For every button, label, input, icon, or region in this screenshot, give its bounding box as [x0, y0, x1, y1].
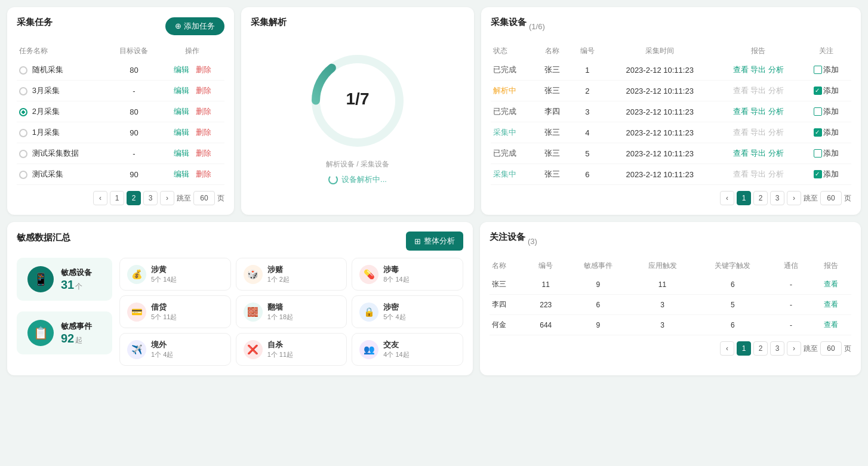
category-item[interactable]: ❌ 自杀 1个 11起 [236, 333, 347, 366]
task-edit-btn[interactable]: 编辑 [174, 169, 189, 178]
task-target: 80 [108, 60, 161, 81]
watch-view-btn[interactable]: 查看 [824, 320, 838, 329]
watch-page-input[interactable] [820, 341, 842, 356]
report-view-btn: 查看 [733, 128, 749, 137]
device-row: 已完成 张三 1 2023-2-12 10:11:23 查看 导出 分析 添加 [491, 60, 851, 81]
category-item[interactable]: 💊 涉毒 8个 14起 [352, 258, 463, 291]
watch-page-3[interactable]: 3 [770, 341, 784, 356]
watch-col-app: 应用触发 [630, 257, 695, 274]
device-status: 解析中 [491, 81, 534, 101]
category-info: 涉赌 1个 2起 [267, 264, 290, 284]
task-page-2[interactable]: 2 [127, 191, 141, 205]
watch-comm: - [771, 274, 811, 295]
task-delete-btn[interactable]: 删除 [196, 65, 211, 74]
category-detail: 1个 4起 [151, 350, 173, 359]
device-prev-btn[interactable]: ‹ [720, 191, 734, 205]
task-jump-label: 跳至 [177, 193, 191, 203]
watch-jump-label: 跳至 [804, 344, 818, 354]
task-page-1[interactable]: 1 [110, 191, 124, 205]
watch-device-card: 关注设备 (3) 名称 编号 敏感事件 应用触发 关键字触发 通信 报告 张三 … [480, 222, 861, 375]
task-delete-btn[interactable]: 删除 [196, 169, 211, 178]
category-item[interactable]: 💰 涉黄 5个 14起 [119, 258, 231, 291]
task-radio[interactable] [19, 171, 27, 179]
task-radio[interactable] [19, 150, 27, 158]
task-delete-btn[interactable]: 删除 [196, 149, 211, 158]
follow-checkbox[interactable] [814, 87, 822, 95]
report-view-btn[interactable]: 查看 [733, 107, 749, 116]
report-analyze-btn[interactable]: 分析 [768, 107, 784, 116]
report-analyze-btn[interactable]: 分析 [768, 65, 784, 74]
follow-checkbox[interactable] [814, 170, 822, 178]
task-page-3[interactable]: 3 [143, 191, 158, 205]
device-status: 已完成 [491, 143, 534, 164]
overall-analysis-btn[interactable]: ⊞ 整体分析 [406, 232, 463, 251]
category-name: 涉黄 [151, 264, 177, 275]
follow-label: 添加 [823, 106, 839, 117]
report-analyze-btn[interactable]: 分析 [768, 149, 784, 158]
watch-view-btn[interactable]: 查看 [824, 300, 838, 308]
task-edit-btn[interactable]: 编辑 [174, 107, 189, 116]
task-prev-btn[interactable]: ‹ [93, 191, 107, 205]
task-radio[interactable] [19, 129, 27, 137]
watch-report: 查看 [811, 315, 851, 335]
category-detail: 8个 14起 [383, 275, 409, 284]
task-edit-btn[interactable]: 编辑 [174, 128, 189, 137]
task-radio[interactable] [19, 87, 27, 95]
watch-prev-btn[interactable]: ‹ [720, 341, 734, 356]
follow-checkbox[interactable] [814, 149, 822, 158]
spinner-icon [328, 175, 338, 184]
device-report: 查看 导出 分析 [715, 164, 802, 185]
category-item[interactable]: 🎲 涉赌 1个 2起 [236, 258, 347, 291]
device-page-1[interactable]: 1 [737, 191, 751, 205]
category-icon: 💳 [127, 303, 146, 322]
device-report: 查看 导出 分析 [715, 60, 802, 81]
report-analyze-btn: 分析 [768, 169, 784, 178]
watch-keyword: 6 [694, 315, 771, 335]
watch-page-1[interactable]: 1 [737, 341, 751, 356]
category-item[interactable]: ✈️ 境外 1个 4起 [119, 333, 231, 366]
watch-view-btn[interactable]: 查看 [824, 280, 838, 288]
device-page-input[interactable] [820, 191, 842, 205]
watch-page-2[interactable]: 2 [753, 341, 768, 356]
category-item[interactable]: 👥 交友 4个 14起 [352, 333, 463, 366]
category-item[interactable]: 🧱 翻墙 1个 18起 [236, 295, 347, 328]
task-target: 90 [108, 164, 161, 185]
report-export-btn[interactable]: 导出 [750, 149, 766, 158]
task-delete-btn[interactable]: 删除 [196, 107, 211, 116]
category-item[interactable]: 💳 借贷 5个 11起 [119, 295, 231, 328]
category-icon: 💰 [127, 265, 146, 284]
device-next-btn[interactable]: › [787, 191, 801, 205]
report-view-btn: 查看 [733, 169, 749, 178]
task-page-input[interactable] [193, 191, 215, 205]
task-edit-btn[interactable]: 编辑 [174, 149, 189, 158]
device-page-2[interactable]: 2 [753, 191, 768, 205]
analyzing-label: 设备解析中... [341, 174, 387, 185]
watch-report: 查看 [811, 295, 851, 315]
task-radio[interactable] [19, 66, 27, 75]
report-export-btn[interactable]: 导出 [750, 107, 766, 116]
report-view-btn[interactable]: 查看 [733, 65, 749, 74]
watch-next-btn[interactable]: › [787, 341, 801, 356]
task-radio[interactable] [19, 108, 27, 116]
category-detail: 5个 11起 [151, 313, 177, 322]
col-name: 名称 [534, 42, 570, 60]
report-export-btn[interactable]: 导出 [750, 65, 766, 74]
task-row: 3月采集 - 编辑 删除 [17, 81, 224, 101]
event-stat-label: 敏感事件 [61, 321, 92, 332]
follow-checkbox[interactable] [814, 128, 822, 137]
task-target: - [108, 143, 161, 164]
task-edit-btn[interactable]: 编辑 [174, 65, 189, 74]
task-delete-btn[interactable]: 删除 [196, 86, 211, 95]
task-next-btn[interactable]: › [160, 191, 174, 205]
follow-checkbox[interactable] [814, 66, 822, 74]
follow-checkbox[interactable] [814, 107, 822, 116]
device-page-3[interactable]: 3 [770, 191, 784, 205]
task-edit-btn[interactable]: 编辑 [174, 86, 189, 95]
category-name: 涉密 [383, 302, 405, 313]
report-view-btn[interactable]: 查看 [733, 149, 749, 158]
device-table: 状态 名称 编号 采集时间 报告 关注 已完成 张三 1 2023-2-12 1… [491, 42, 851, 185]
category-item[interactable]: 🔒 涉密 5个 4起 [352, 295, 463, 328]
task-delete-btn[interactable]: 删除 [196, 128, 211, 137]
watch-col-comm: 通信 [771, 257, 811, 274]
add-task-button[interactable]: ⊕ 添加任务 [165, 17, 224, 35]
